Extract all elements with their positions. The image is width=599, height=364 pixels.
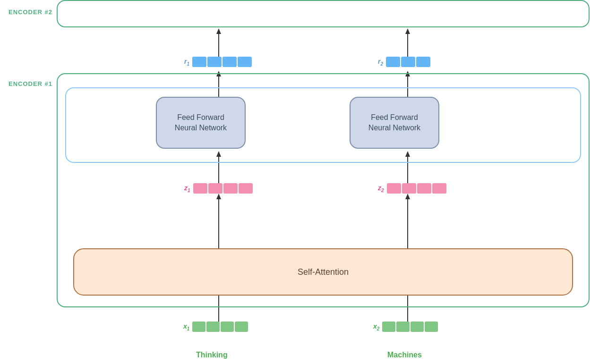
x1-block-3 (221, 322, 234, 332)
r1-block-2 (207, 57, 222, 67)
x2-vector-group: x2 (373, 322, 438, 332)
r1-block-1 (192, 57, 206, 67)
x2-block-2 (396, 322, 410, 332)
diagram-container: ENCODER #2 ENCODER #1 Feed ForwardNeural… (0, 0, 599, 364)
ff-box-left: Feed ForwardNeural Network (156, 97, 246, 149)
z1-vector-group: z1 (184, 183, 253, 194)
encoder1-label: ENCODER #1 (9, 80, 52, 87)
x1-vector-group: x1 (183, 322, 248, 332)
x2-block-3 (411, 322, 424, 332)
x1-block-2 (206, 322, 220, 332)
ff-box-right: Feed ForwardNeural Network (350, 97, 439, 149)
z2-vector-group: z2 (378, 183, 446, 194)
r2-vector-group: r2 (378, 57, 430, 67)
encoder2-box (57, 0, 590, 27)
r2-block-2 (401, 57, 415, 67)
z2-block-1 (387, 183, 401, 194)
encoder2-label: ENCODER #2 (9, 8, 52, 16)
r2-block-1 (386, 57, 400, 67)
r2-label: r2 (378, 58, 383, 67)
z2-block-2 (402, 183, 416, 194)
x2-block-1 (382, 322, 395, 332)
ff-container (65, 87, 581, 163)
x1-label: x1 (183, 322, 189, 331)
z2-block-3 (417, 183, 431, 194)
z1-label: z1 (184, 184, 190, 193)
svg-marker-19 (405, 28, 410, 34)
word-machines: Machines (387, 351, 422, 359)
self-attention-label: Self-Attention (298, 267, 349, 277)
r2-block-3 (416, 57, 430, 67)
z1-block-1 (193, 183, 207, 194)
z2-block-4 (432, 183, 446, 194)
x1-block-4 (235, 322, 248, 332)
svg-marker-17 (216, 28, 221, 34)
z1-block-4 (239, 183, 253, 194)
r1-block-3 (222, 57, 237, 67)
x2-block-4 (425, 322, 438, 332)
r1-label: r1 (184, 58, 189, 67)
r1-block-4 (238, 57, 252, 67)
x2-label: x2 (373, 322, 379, 331)
z1-block-3 (223, 183, 238, 194)
z1-block-2 (208, 183, 222, 194)
z2-label: z2 (378, 184, 384, 193)
self-attention-box: Self-Attention (73, 248, 573, 296)
word-thinking: Thinking (196, 351, 228, 359)
r1-vector-group: r1 (184, 57, 252, 67)
x1-block-1 (192, 322, 205, 332)
